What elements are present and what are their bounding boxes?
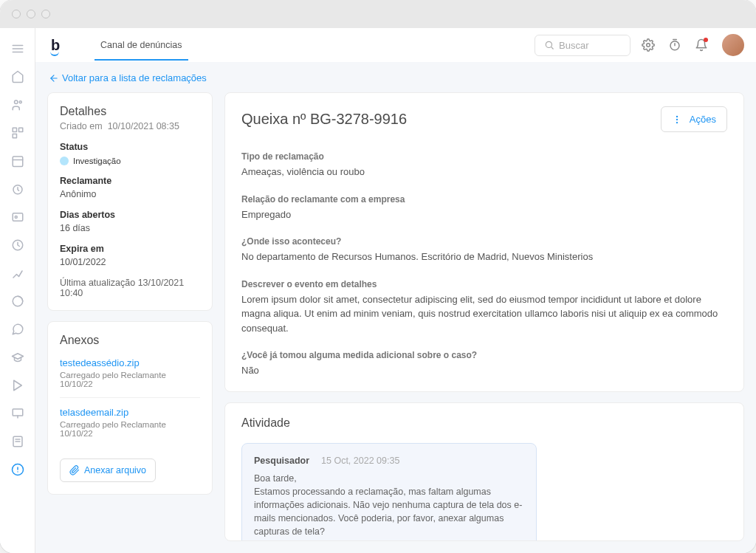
svg-point-24	[546, 41, 551, 47]
type-label: Tipo de reclamação	[241, 151, 727, 162]
present-icon[interactable]	[10, 406, 25, 421]
attachment-link[interactable]: testedeassédio.zip	[60, 357, 200, 368]
app-logo[interactable]: b	[47, 37, 63, 53]
topbar: b Canal de denúncias Buscar	[35, 28, 756, 62]
message-date: 15 Oct, 2022 09:35	[321, 454, 399, 467]
tab-complaints-channel[interactable]: Canal de denúncias	[94, 30, 188, 61]
progress-icon[interactable]	[10, 294, 25, 309]
status-badge: Investigação	[60, 157, 121, 165]
play-icon[interactable]	[10, 378, 25, 393]
details-card: Detalhes Criado em 10/10/2021 08:35 Stat…	[47, 92, 213, 311]
search-icon	[544, 40, 554, 50]
relation-value: Empregado	[241, 207, 727, 222]
attach-file-button[interactable]: Anexar arquivo	[60, 458, 156, 482]
svg-rect-8	[13, 157, 23, 167]
svg-point-26	[647, 44, 650, 47]
attachment-item: testedeassédio.zip Carregado pelo Reclam…	[60, 357, 200, 398]
actions-button[interactable]: Ações	[661, 106, 727, 132]
svg-rect-7	[13, 134, 16, 138]
describe-value: Lorem ipsum dolor sit amet, consectetur …	[241, 292, 727, 336]
created-meta: Criado em 10/10/2021 08:35	[60, 121, 200, 131]
svg-marker-15	[13, 380, 21, 391]
last-update: Última atualização 13/10/2021 10:40	[60, 278, 200, 298]
more-vertical-icon	[672, 114, 682, 125]
relation-label: Relação do reclamante com a empresa	[241, 194, 727, 205]
window-max-dot[interactable]	[41, 10, 50, 18]
where-value: No departamento de Recursos Humanos. Esc…	[241, 250, 727, 264]
attachment-link[interactable]: telasdeemail.zip	[60, 407, 200, 418]
chat-icon[interactable]	[10, 322, 25, 337]
avatar[interactable]	[722, 34, 744, 56]
describe-label: Descrever o evento em detalhes	[241, 279, 727, 289]
back-link[interactable]: Voltar para a lista de reclamações	[35, 62, 756, 92]
message-author: Pesquisador	[254, 454, 309, 467]
status-label: Status	[60, 142, 200, 152]
where-label: ¿Onde isso aconteceu?	[241, 236, 727, 247]
details-title: Detalhes	[60, 105, 200, 118]
message-body: Boa tarde, Estamos processando a reclama…	[254, 472, 524, 539]
measure-value: Não	[241, 363, 727, 378]
type-value: Ameaças, violência ou roubo	[241, 165, 727, 179]
svg-point-4	[19, 101, 21, 103]
window-close-dot[interactable]	[12, 10, 21, 18]
settings-icon[interactable]	[639, 36, 657, 54]
attachments-title: Anexos	[60, 334, 200, 347]
days-open-value: 16 días	[60, 223, 200, 233]
complaint-title: Queixa nº BG-3278-9916	[241, 111, 407, 128]
days-open-label: Dias abertos	[60, 210, 200, 220]
attachment-item: telasdeemail.zip Carregado pelo Reclaman…	[60, 407, 200, 447]
svg-point-12	[15, 216, 17, 219]
window-min-dot[interactable]	[27, 10, 35, 18]
complainant-value: Anônimo	[60, 189, 200, 199]
calendar-icon[interactable]	[10, 154, 25, 168]
complainant-label: Reclamante	[60, 176, 200, 186]
expires-value: 10/01/2022	[60, 257, 200, 267]
window-title-bar	[0, 0, 756, 28]
svg-rect-16	[13, 409, 23, 416]
complaint-card: Queixa nº BG-3278-9916 Ações Tipo de rec…	[224, 92, 744, 392]
expires-label: Expira em	[60, 244, 200, 254]
svg-point-33	[676, 122, 677, 123]
paperclip-icon	[69, 465, 80, 475]
svg-point-32	[676, 119, 677, 120]
svg-point-3	[14, 100, 18, 104]
svg-line-25	[551, 47, 554, 49]
notification-dot	[704, 38, 708, 42]
goals-icon[interactable]	[10, 266, 25, 281]
timer-icon[interactable]	[10, 182, 25, 196]
menu-icon[interactable]	[10, 41, 25, 56]
people-icon[interactable]	[10, 97, 25, 112]
home-icon[interactable]	[10, 69, 25, 84]
arrow-left-icon	[49, 73, 59, 83]
org-icon[interactable]	[10, 126, 25, 140]
sidebar-rail	[0, 28, 35, 553]
grad-icon[interactable]	[10, 350, 25, 365]
clock-icon[interactable]	[10, 238, 25, 253]
id-icon[interactable]	[10, 210, 25, 224]
attachment-meta: Carregado pelo Reclamante 10/10/22	[60, 371, 200, 388]
measure-label: ¿Você já tomou alguma medida adicional s…	[241, 350, 727, 360]
message-researcher: Pesquisador 15 Oct, 2022 09:35 Boa tarde…	[241, 443, 537, 542]
stopwatch-icon[interactable]	[666, 36, 684, 54]
svg-rect-6	[18, 128, 22, 131]
svg-point-31	[676, 116, 677, 117]
svg-rect-5	[13, 128, 16, 131]
doc-icon[interactable]	[10, 434, 25, 449]
attachment-meta: Carregado pelo Reclamante 10/10/22	[60, 420, 200, 438]
bell-icon[interactable]	[693, 36, 710, 54]
attachments-card: Anexos testedeassédio.zip Carregado pelo…	[47, 321, 213, 495]
search-input[interactable]: Buscar	[535, 35, 630, 56]
alert-icon[interactable]	[10, 462, 25, 477]
activity-title: Atividade	[241, 416, 727, 430]
status-dot-icon	[60, 157, 69, 165]
activity-card: Atividade Pesquisador 15 Oct, 2022 09:35…	[224, 402, 744, 542]
search-placeholder: Buscar	[559, 40, 588, 51]
